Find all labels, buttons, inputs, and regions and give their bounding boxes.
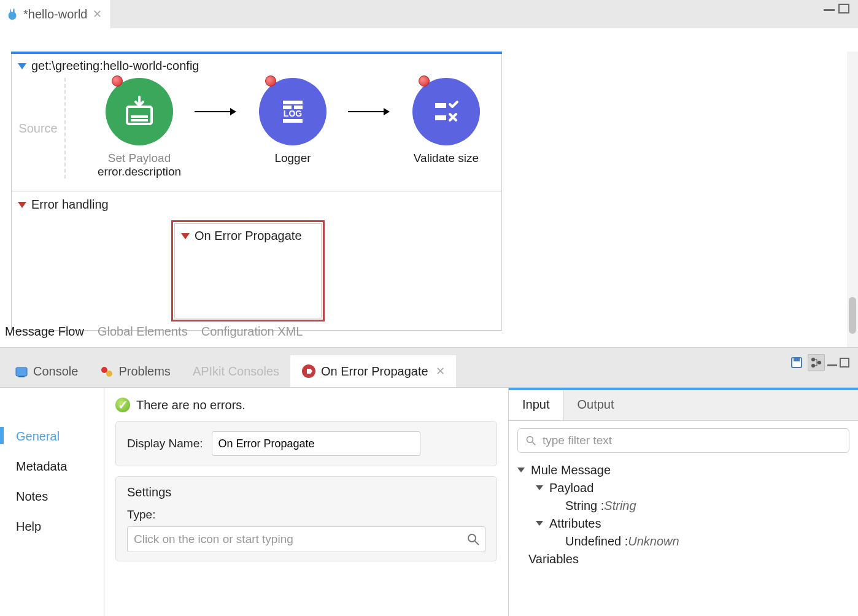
svg-rect-10 bbox=[435, 103, 446, 108]
error-propagate-icon bbox=[301, 364, 316, 379]
tree-label: Payload bbox=[549, 481, 593, 495]
tab-output[interactable]: Output bbox=[563, 390, 627, 420]
io-tabs: Input Output bbox=[509, 390, 858, 421]
on-error-propagate-container[interactable]: On Error Propagate bbox=[171, 220, 325, 321]
svg-point-22 bbox=[468, 534, 476, 542]
breakpoint-icon bbox=[265, 75, 276, 87]
window-controls bbox=[824, 4, 849, 13]
settings-card: Settings Type: Click on the icon or star… bbox=[115, 476, 497, 561]
flow-container[interactable]: get:\greeting:hello-world-config Source bbox=[11, 54, 502, 191]
flow-name: get:\greeting:hello-world-config bbox=[31, 59, 199, 73]
node-label: Validate size bbox=[414, 152, 479, 165]
tab-label: On Error Propagate bbox=[321, 364, 428, 379]
tab-configuration-xml[interactable]: Configuration XML bbox=[201, 325, 303, 339]
source-label: Source bbox=[18, 121, 57, 136]
error-status: ✓ There are no errors. bbox=[115, 398, 497, 412]
tree-row-mule-message[interactable]: Mule Message bbox=[517, 461, 849, 479]
tree-icon bbox=[810, 356, 823, 369]
filter-placeholder: type filter text bbox=[543, 434, 612, 447]
save-button[interactable] bbox=[788, 354, 805, 371]
node-set-payload[interactable]: Set Payload error.description bbox=[84, 78, 195, 179]
maximize-button[interactable] bbox=[838, 4, 849, 13]
editor-tab-bar: *hello-world ✕ bbox=[0, 0, 858, 28]
svg-rect-12 bbox=[16, 368, 27, 376]
tab-message-flow[interactable]: Message Flow bbox=[5, 325, 84, 339]
tree-row-payload[interactable]: Payload bbox=[517, 479, 849, 497]
svg-rect-5 bbox=[283, 119, 303, 123]
tab-on-error-propagate[interactable]: On Error Propagate ✕ bbox=[290, 355, 456, 387]
console-icon bbox=[15, 365, 28, 379]
close-icon[interactable]: ✕ bbox=[436, 364, 445, 378]
search-icon[interactable] bbox=[466, 533, 480, 546]
maximize-button[interactable] bbox=[840, 358, 849, 368]
tree-row-payload-type[interactable]: String : String bbox=[517, 497, 849, 515]
filter-input[interactable]: type filter text bbox=[517, 428, 849, 453]
svg-text:LOG: LOG bbox=[284, 109, 302, 118]
svg-rect-13 bbox=[18, 376, 25, 377]
svg-point-15 bbox=[106, 371, 112, 377]
tab-problems[interactable]: Problems bbox=[89, 356, 181, 387]
minimize-button[interactable] bbox=[827, 359, 837, 366]
props-form: ✓ There are no errors. Display Name: Set… bbox=[104, 388, 508, 616]
type-input[interactable]: Click on the icon or start typing bbox=[127, 526, 485, 552]
display-name-label: Display Name: bbox=[127, 437, 203, 450]
node-logger[interactable]: LOG Logger bbox=[238, 78, 348, 165]
close-icon[interactable]: ✕ bbox=[93, 7, 102, 21]
tab-global-elements[interactable]: Global Elements bbox=[98, 325, 188, 339]
active-marker bbox=[0, 427, 4, 444]
tab-label: APIkit Consoles bbox=[193, 364, 279, 379]
tree-label: Variables bbox=[528, 552, 579, 566]
settings-title: Settings bbox=[127, 485, 485, 499]
ok-check-icon: ✓ bbox=[115, 398, 130, 412]
validate-icon bbox=[429, 94, 463, 129]
error-handling-section[interactable]: Error handling On Error Propagate bbox=[11, 191, 502, 331]
sidebar-item-general[interactable]: General bbox=[0, 425, 104, 455]
set-payload-icon bbox=[122, 94, 157, 129]
toggle-tree-button[interactable] bbox=[808, 354, 825, 371]
sidebar-item-notes[interactable]: Notes bbox=[0, 485, 104, 515]
svg-rect-4 bbox=[283, 101, 303, 104]
source-drop-area[interactable]: Source bbox=[12, 78, 66, 179]
io-panel: Input Output type filter text Mule Messa… bbox=[508, 388, 858, 616]
chevron-down-icon[interactable] bbox=[517, 468, 525, 472]
chevron-down-icon[interactable] bbox=[536, 485, 543, 490]
flow-canvas[interactable]: get:\greeting:hello-world-config Source bbox=[0, 28, 858, 347]
chevron-down-icon[interactable] bbox=[18, 202, 26, 208]
editor-tab-title: *hello-world bbox=[23, 7, 88, 21]
chevron-down-icon[interactable] bbox=[536, 521, 543, 526]
chevron-down-icon[interactable] bbox=[18, 63, 26, 69]
tab-input[interactable]: Input bbox=[509, 390, 563, 420]
tab-console[interactable]: Console bbox=[4, 356, 89, 387]
on-error-title: On Error Propagate bbox=[195, 229, 302, 243]
metadata-tree[interactable]: Mule Message Payload String : String Att… bbox=[517, 461, 849, 568]
breakpoint-icon bbox=[419, 75, 430, 87]
editor-view-tabs: Message Flow Global Elements Configurati… bbox=[2, 320, 305, 347]
sidebar-item-help[interactable]: Help bbox=[0, 515, 104, 545]
flow-header[interactable]: get:\greeting:hello-world-config bbox=[12, 54, 501, 75]
tree-label: String : bbox=[565, 499, 604, 513]
logger-icon: LOG bbox=[276, 94, 310, 129]
tree-type: Unknown bbox=[628, 534, 679, 549]
editor-tab-hello-world[interactable]: *hello-world ✕ bbox=[0, 0, 111, 28]
tab-label: Console bbox=[33, 364, 78, 379]
node-label: Logger bbox=[274, 152, 311, 165]
bottom-tab-bar: Console Problems APIkit Consoles On Erro… bbox=[0, 348, 858, 387]
node-label: Set Payload bbox=[108, 152, 171, 165]
tab-apikit-consoles[interactable]: APIkit Consoles bbox=[182, 356, 290, 387]
tree-row-variables[interactable]: Variables bbox=[517, 550, 849, 568]
tree-label: Mule Message bbox=[531, 463, 611, 477]
tree-label: Undefined : bbox=[565, 534, 628, 549]
svg-line-25 bbox=[532, 442, 535, 445]
chevron-down-icon[interactable] bbox=[181, 233, 190, 239]
tree-row-attributes-type[interactable]: Undefined : Unknown bbox=[517, 533, 849, 550]
svg-rect-2 bbox=[131, 119, 148, 121]
display-name-input[interactable] bbox=[212, 431, 420, 456]
node-validate-size[interactable]: Validate size bbox=[391, 78, 501, 165]
tree-row-attributes[interactable]: Attributes bbox=[517, 515, 849, 533]
scrollbar-thumb[interactable] bbox=[849, 297, 856, 334]
error-handling-header[interactable]: Error handling bbox=[18, 198, 495, 212]
sidebar-item-metadata[interactable]: Metadata bbox=[0, 455, 104, 485]
minimize-button[interactable] bbox=[824, 4, 835, 11]
vertical-scrollbar[interactable] bbox=[847, 52, 858, 347]
properties-panel: Console Problems APIkit Consoles On Erro… bbox=[0, 347, 858, 616]
